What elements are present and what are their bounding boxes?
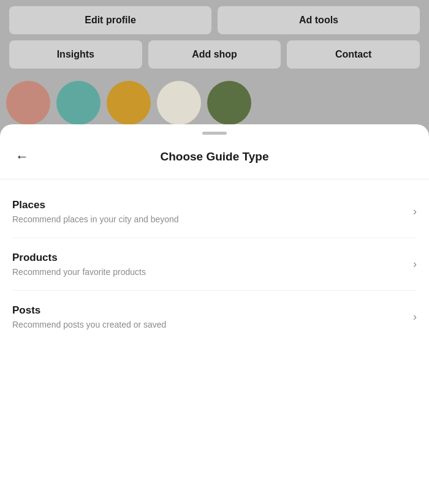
story-circle-2[interactable] xyxy=(107,81,151,125)
edit-profile-button[interactable]: Edit profile xyxy=(9,6,211,34)
second-button-row: Insights Add shop Contact xyxy=(0,40,429,75)
guide-item-places[interactable]: Places Recommend places in your city and… xyxy=(12,186,417,238)
places-chevron-icon: › xyxy=(413,205,417,218)
guide-item-places-text: Places Recommend places in your city and… xyxy=(12,199,179,224)
story-circle-4[interactable] xyxy=(207,81,251,125)
sheet-header: ← Choose Guide Type xyxy=(0,135,429,173)
back-button[interactable]: ← xyxy=(12,147,32,167)
guide-item-products-text: Products Recommend your favorite product… xyxy=(12,252,146,277)
guide-item-products-desc: Recommend your favorite products xyxy=(12,267,146,277)
guide-item-posts-text: Posts Recommend posts you created or sav… xyxy=(12,304,166,329)
story-circles-row xyxy=(0,75,429,125)
guide-type-list: Places Recommend places in your city and… xyxy=(0,186,429,343)
contact-button[interactable]: Contact xyxy=(287,40,420,69)
top-button-row: Edit profile Ad tools xyxy=(0,0,429,40)
guide-item-places-title: Places xyxy=(12,199,179,211)
guide-item-posts-title: Posts xyxy=(12,304,166,317)
add-shop-button[interactable]: Add shop xyxy=(148,40,281,69)
guide-item-products[interactable]: Products Recommend your favorite product… xyxy=(12,238,417,291)
products-chevron-icon: › xyxy=(413,258,417,271)
sheet-title: Choose Guide Type xyxy=(160,150,268,164)
insights-button[interactable]: Insights xyxy=(9,40,142,69)
story-circle-3[interactable] xyxy=(157,81,201,125)
story-circle-0[interactable] xyxy=(6,81,50,125)
posts-chevron-icon: › xyxy=(413,310,417,323)
story-circle-1[interactable] xyxy=(56,81,101,125)
guide-item-posts-desc: Recommend posts you created or saved xyxy=(12,320,166,329)
guide-item-posts[interactable]: Posts Recommend posts you created or sav… xyxy=(12,291,417,343)
bottom-sheet: ← Choose Guide Type Places Recommend pla… xyxy=(0,124,429,504)
guide-item-places-desc: Recommend places in your city and beyond xyxy=(12,214,179,224)
ad-tools-button[interactable]: Ad tools xyxy=(218,6,420,34)
header-divider xyxy=(0,179,429,179)
guide-item-products-title: Products xyxy=(12,252,146,264)
